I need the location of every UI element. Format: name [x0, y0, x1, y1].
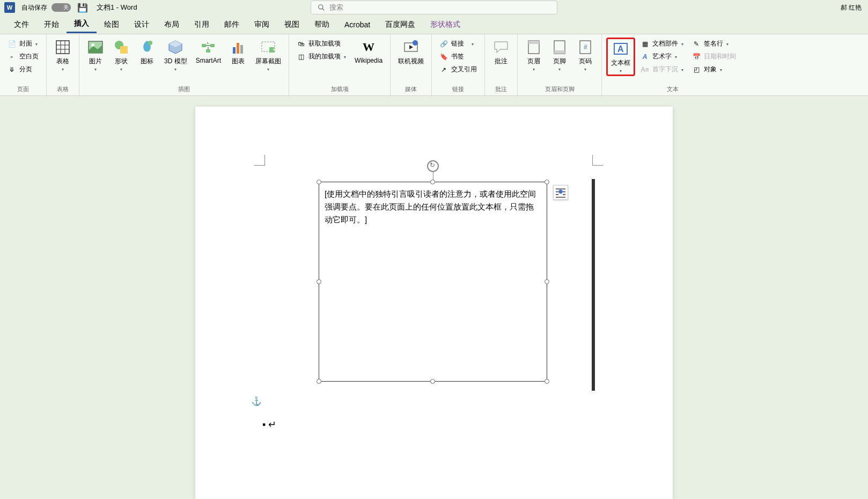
rotate-handle[interactable] [427, 160, 439, 172]
textbox-container: [使用文档中的独特引言吸引读者的注意力，或者使用此空间强调要点。要在此页面上的任… [319, 182, 547, 382]
picture-icon [87, 39, 104, 56]
svg-text:+: + [273, 47, 276, 53]
resize-handle-e[interactable] [545, 279, 549, 284]
margin-corner-tr [592, 155, 603, 166]
tab-home[interactable]: 开始 [36, 17, 67, 33]
datetime-button: 📅日期和时间 [689, 50, 739, 63]
wordart-icon: A [641, 53, 649, 61]
footer-button[interactable]: 页脚▾ [548, 38, 571, 73]
textbox[interactable]: [使用文档中的独特引言吸引读者的注意力，或者使用此空间强调要点。要在此页面上的任… [319, 182, 547, 382]
svg-rect-14 [206, 49, 210, 53]
object-button[interactable]: ◰对象▾ [689, 63, 739, 76]
sig-icon: ✎ [692, 40, 701, 48]
tab-references[interactable]: 引用 [187, 17, 217, 33]
tab-insert[interactable]: 插入 [67, 16, 97, 33]
page-break-button[interactable]: ⤋分页 [4, 63, 42, 76]
bookmark-button[interactable]: 🔖书签 [436, 50, 480, 63]
group-text: A文本框▾ ▦文档部件▾ A艺术字▾ A≡首字下沉▾ ✎签名行▾ 📅日期和时间 … [602, 34, 744, 95]
resize-handle-s[interactable] [430, 379, 435, 384]
date-icon: 📅 [692, 53, 701, 61]
textbox-button[interactable]: A文本框▾ [608, 39, 634, 75]
table-button[interactable]: 表格 ▾ [51, 38, 75, 73]
link-button[interactable]: 🔗链接▾ [436, 38, 480, 50]
svg-text:A: A [617, 44, 624, 54]
header-icon [525, 39, 542, 56]
picture-button[interactable]: 图片▾ [84, 38, 107, 73]
margin-corner-tl [254, 155, 265, 166]
parts-icon: ▦ [641, 40, 649, 48]
dropcap-icon: A≡ [641, 65, 649, 74]
group-tables: 表格 ▾ 表格 [47, 34, 79, 95]
comment-button[interactable]: 批注 [489, 38, 513, 67]
document-canvas[interactable]: [使用文档中的独特引言吸引读者的注意力，或者使用此空间强调要点。要在此页面上的任… [0, 96, 868, 499]
tab-file[interactable]: 文件 [6, 17, 36, 33]
group-illustrations: 图片▾ 形状▾ 图标 3D 模型▾ SmartArt 图表 +屏幕截图▾ 插图 [79, 34, 289, 95]
tab-design[interactable]: 设计 [127, 17, 157, 33]
svg-rect-2 [56, 41, 69, 54]
tab-view[interactable]: 视图 [277, 17, 307, 33]
tab-help[interactable]: 帮助 [307, 17, 337, 33]
online-video-button[interactable]: 联机视频 [395, 38, 427, 67]
group-addins: 🛍获取加载项 ◫我的加载项▾ WWikipedia 加载项 [289, 34, 391, 95]
resize-handle-sw[interactable] [317, 379, 321, 384]
textbox-text[interactable]: [使用文档中的独特引言吸引读者的注意力，或者使用此空间强调要点。要在此页面上的任… [319, 182, 547, 232]
tab-draw[interactable]: 绘图 [97, 17, 127, 33]
shapes-button[interactable]: 形状▾ [109, 38, 133, 73]
tab-review[interactable]: 审阅 [247, 17, 277, 33]
resize-handle-ne[interactable] [545, 180, 549, 184]
dropcap-button: A≡首字下沉▾ [637, 63, 687, 76]
doc-parts-button[interactable]: ▦文档部件▾ [637, 38, 687, 50]
tab-shape-format[interactable]: 形状格式 [423, 17, 468, 33]
textbox-icon: A [612, 40, 629, 57]
svg-rect-12 [202, 44, 206, 47]
svg-rect-24 [528, 41, 539, 44]
resize-handle-se[interactable] [545, 379, 549, 384]
resize-handle-n[interactable] [430, 180, 435, 184]
svg-text:#: # [584, 43, 587, 51]
svg-point-0 [319, 5, 323, 9]
3d-model-button[interactable]: 3D 模型▾ [161, 38, 190, 73]
my-addins-button[interactable]: ◫我的加载项▾ [293, 50, 349, 63]
resize-handle-w[interactable] [317, 279, 321, 284]
crossref-icon: ↗ [439, 65, 448, 74]
smartart-button[interactable]: SmartArt [193, 38, 224, 65]
search-placeholder: 搜索 [329, 3, 343, 12]
header-button[interactable]: 页眉▾ [522, 38, 546, 73]
pagenum-icon: # [577, 39, 594, 56]
page[interactable]: [使用文档中的独特引言吸引读者的注意力，或者使用此空间强调要点。要在此页面上的任… [195, 107, 673, 499]
cover-page-button[interactable]: 📄封面▾ [4, 38, 42, 50]
resize-handle-nw[interactable] [317, 180, 321, 184]
tab-acrobat[interactable]: Acrobat [337, 17, 378, 32]
ribbon-tabs: 文件 开始 插入 绘图 设计 布局 引用 邮件 审阅 视图 帮助 Acrobat… [0, 15, 868, 34]
tab-baidu[interactable]: 百度网盘 [378, 17, 423, 33]
search-input[interactable]: 搜索 [311, 1, 557, 14]
shapes-icon [113, 39, 130, 56]
sigline-button[interactable]: ✎签名行▾ [689, 38, 739, 50]
group-pages: 📄封面▾ ▫空白页 ⤋分页 页面 [0, 34, 47, 95]
user-name[interactable]: 郝 红艳 [841, 3, 862, 12]
get-addins-button[interactable]: 🛍获取加载项 [293, 38, 349, 50]
footer-icon [551, 39, 568, 56]
cover-icon: 📄 [8, 40, 16, 48]
anchor-icon: ⚓ [251, 396, 262, 406]
chart-button[interactable]: 图表 [226, 38, 250, 67]
tab-mail[interactable]: 邮件 [217, 17, 247, 33]
blank-page-button[interactable]: ▫空白页 [4, 50, 42, 63]
layout-options-button[interactable] [553, 185, 568, 200]
icons-button[interactable]: 图标 [135, 38, 159, 67]
wikipedia-button[interactable]: WWikipedia [351, 38, 386, 65]
autosave-toggle[interactable]: 关 [52, 3, 71, 12]
screenshot-button[interactable]: +屏幕截图▾ [252, 38, 284, 73]
pagenum-button[interactable]: #页码▾ [573, 38, 597, 73]
group-headerfooter: 页眉▾ 页脚▾ #页码▾ 页眉和页脚 [518, 34, 602, 95]
wordart-button[interactable]: A艺术字▾ [637, 50, 687, 63]
3d-icon [167, 39, 184, 56]
layout-icon [554, 185, 568, 199]
video-icon [402, 39, 420, 56]
save-icon[interactable]: 💾 [77, 3, 88, 13]
tab-layout[interactable]: 布局 [157, 17, 187, 33]
crossref-button[interactable]: ↗交叉引用 [436, 63, 480, 76]
group-links: 🔗链接▾ 🔖书签 ↗交叉引用 链接 [432, 34, 485, 95]
addins-icon: ◫ [297, 53, 305, 61]
svg-rect-10 [120, 46, 128, 54]
